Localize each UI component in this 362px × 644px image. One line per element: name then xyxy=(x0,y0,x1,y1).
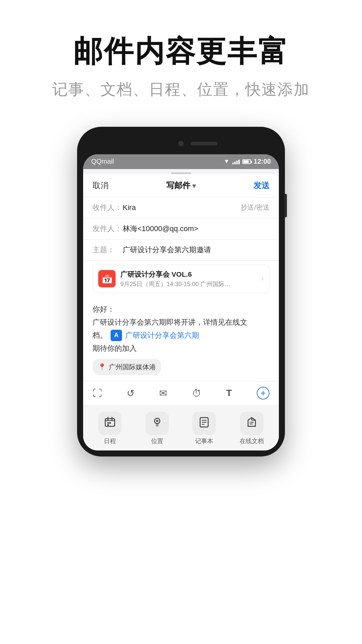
calendar-icon: 📅 xyxy=(98,270,116,287)
note-action-icon-wrap xyxy=(192,412,216,435)
doc-link-row: 档。 A 广研设计分享会第六期 xyxy=(93,329,269,341)
calendar-info: 广研设计分享会 VOL.6 9月25日（周五）14:30-15:00 广州国际… xyxy=(120,270,261,288)
phone-mockup: QQmail ▼ 12:00 xyxy=(0,127,362,457)
phone-outer: QQmail ▼ 12:00 xyxy=(77,127,285,457)
note-action-label: 记事本 xyxy=(195,437,213,445)
to-label: 收件人： xyxy=(93,203,123,213)
svg-rect-5 xyxy=(109,422,111,424)
speaker-grille xyxy=(191,142,218,145)
location-action-label: 位置 xyxy=(151,437,163,445)
action-doc[interactable]: 在线文档 xyxy=(240,412,264,445)
from-field: 发件人： 林海<10000@qq.com> xyxy=(83,218,279,239)
page-header: 邮件内容更丰富 记事、文档、日程、位置，快速添加 xyxy=(0,0,362,120)
svg-rect-6 xyxy=(107,424,109,426)
subject-field: 主题： 广研设计分享会第六期邀请 xyxy=(83,239,279,261)
subject-label: 主题： xyxy=(93,245,123,255)
page-title: 邮件内容更丰富 xyxy=(0,34,362,69)
doc-action-icon xyxy=(246,416,257,430)
status-bar: QQmail ▼ 12:00 xyxy=(83,154,279,169)
calendar-detail: 9月25日（周五）14:30-15:00 广州国际… xyxy=(120,280,261,288)
email-body[interactable]: 你好： 广研设计分享会第六期即将开讲，详情见在线文 档。 A 广研设计分享会第六… xyxy=(83,297,279,381)
cancel-button[interactable]: 取消 xyxy=(93,180,109,191)
location-chip[interactable]: 📍 广州国际媒体港 xyxy=(93,359,161,375)
doc-action-label: 在线文档 xyxy=(240,437,264,445)
doc-action-icon-wrap xyxy=(240,412,263,435)
clock-icon[interactable]: ⏱ xyxy=(192,388,201,399)
location-action-icon xyxy=(152,416,163,430)
calendar-title: 广研设计分享会 VOL.6 xyxy=(120,270,261,279)
location-action-icon-wrap xyxy=(145,412,169,435)
svg-rect-4 xyxy=(107,422,109,424)
camera-dot xyxy=(178,141,184,146)
status-right-icons: ▼ 12:00 xyxy=(224,158,271,165)
body-greeting: 你好： xyxy=(93,303,269,315)
action-location[interactable]: 位置 xyxy=(145,412,169,445)
wifi-icon: ▼ xyxy=(224,158,230,165)
attach-icon[interactable]: ↺ xyxy=(127,388,134,399)
calendar-attachment[interactable]: 📅 广研设计分享会 VOL.6 9月25日（周五）14:30-15:00 广州国… xyxy=(93,265,269,293)
location-text: 广州国际媒体港 xyxy=(109,362,156,372)
note-action-icon xyxy=(198,416,210,430)
body-line3-prefix: 档。 xyxy=(93,329,107,341)
to-value[interactable]: Kira xyxy=(123,203,241,212)
cc-label[interactable]: 抄送/密送 xyxy=(241,203,269,212)
action-bar: 日程 位置 xyxy=(83,405,279,450)
action-calendar[interactable]: 日程 xyxy=(98,412,122,445)
body-closing: 期待你的加入 xyxy=(93,342,269,354)
doc-link-text[interactable]: 广研设计分享会第六期 xyxy=(125,329,199,341)
battery-icon xyxy=(242,159,251,164)
compose-title: 写邮件 ▾ xyxy=(166,180,196,191)
svg-point-8 xyxy=(156,420,158,422)
text-format-icon[interactable]: T xyxy=(226,388,232,398)
signal-icon xyxy=(232,159,240,164)
side-button xyxy=(284,194,287,217)
to-field: 收件人： Kira 抄送/密送 xyxy=(83,197,279,218)
calendar-action-icon xyxy=(104,416,116,430)
email-compose: 取消 写邮件 ▾ 发送 收件人： Kira 抄送/密送 发件人： 林海<1 xyxy=(83,174,279,451)
add-button[interactable]: + xyxy=(257,387,269,399)
status-time: 12:00 xyxy=(254,158,271,165)
body-line2: 广研设计分享会第六期即将开讲，详情见在线文 xyxy=(93,316,269,328)
chevron-right-icon: › xyxy=(261,274,264,283)
action-note[interactable]: 记事本 xyxy=(192,412,216,445)
location-pin-icon: 📍 xyxy=(98,362,106,372)
page-subtitle: 记事、文档、日程、位置，快速添加 xyxy=(0,79,362,100)
doc-icon: A xyxy=(111,330,122,341)
bottom-toolbar: ⛶ ↺ ✉ ⏱ T + xyxy=(83,381,279,405)
subject-value[interactable]: 广研设计分享会第六期邀请 xyxy=(123,245,269,255)
send-button[interactable]: 发送 xyxy=(253,180,269,191)
compose-toolbar: 取消 写邮件 ▾ 发送 xyxy=(83,174,279,197)
image-icon[interactable]: ⛶ xyxy=(93,388,102,399)
status-app-name: QQmail xyxy=(91,158,114,165)
phone-notch xyxy=(83,133,279,154)
phone-screen: QQmail ▼ 12:00 xyxy=(83,154,279,451)
from-label: 发件人： xyxy=(93,224,123,234)
calendar-action-label: 日程 xyxy=(104,437,116,445)
calendar-action-icon-wrap xyxy=(98,412,122,435)
mail-icon[interactable]: ✉ xyxy=(159,388,167,399)
from-value[interactable]: 林海<10000@qq.com> xyxy=(123,224,269,234)
